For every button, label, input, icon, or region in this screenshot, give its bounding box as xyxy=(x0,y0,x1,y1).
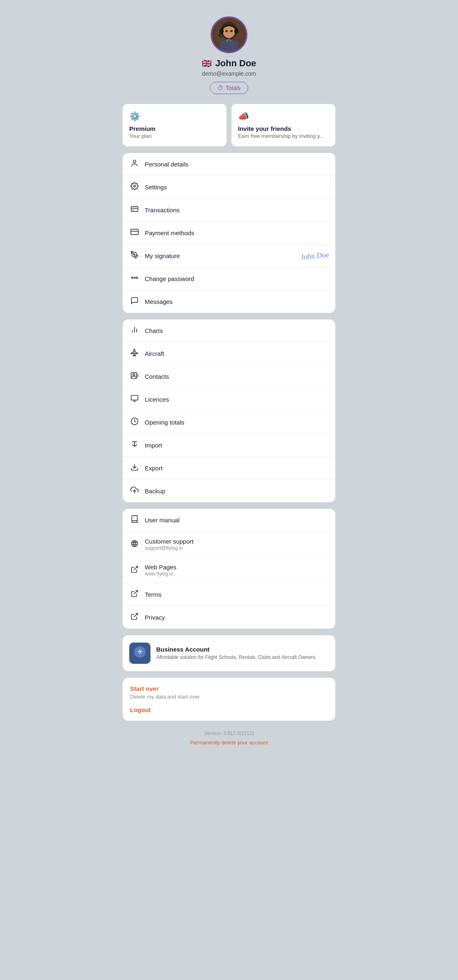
footer: Version: 3.912.0(1212) Permanently delet… xyxy=(123,731,335,746)
svg-text:✈: ✈ xyxy=(137,648,143,655)
start-over-button[interactable]: Start over xyxy=(130,685,328,692)
menu-item-customer-support[interactable]: Customer support support@flylog.io xyxy=(123,532,335,557)
menu-item-payment-methods[interactable]: Payment methods xyxy=(123,222,335,245)
card-icon xyxy=(130,228,139,238)
menu-item-aircraft[interactable]: Aircraft xyxy=(123,342,335,365)
svg-point-9 xyxy=(134,185,136,187)
manual-icon xyxy=(130,515,139,525)
change-password-label: Change password xyxy=(145,275,328,282)
menu-item-terms[interactable]: Terms xyxy=(123,583,335,606)
menu-item-messages[interactable]: Messages xyxy=(123,290,335,313)
start-over-desc: Delete my data and start over xyxy=(130,694,328,700)
delete-account-link[interactable]: Permanently delete your account xyxy=(123,739,335,746)
menu-item-settings[interactable]: Settings xyxy=(123,176,335,199)
menu-item-backup[interactable]: Backup xyxy=(123,480,335,502)
invite-title: Invite your friends xyxy=(238,125,329,132)
svg-point-7 xyxy=(230,30,233,32)
svg-point-15 xyxy=(134,254,135,255)
svg-point-23 xyxy=(133,373,135,375)
premium-desc: Your plan xyxy=(129,133,220,139)
personal-details-label: Personal details xyxy=(145,161,328,168)
settings-label: Settings xyxy=(145,184,328,191)
account-menu: Personal details Settings Transactions P… xyxy=(123,153,335,313)
menu-item-charts[interactable]: Charts xyxy=(123,319,335,342)
menu-item-transactions[interactable]: Transactions xyxy=(123,199,335,222)
svg-line-32 xyxy=(134,566,137,570)
licences-icon xyxy=(130,394,139,405)
menu-item-personal-details[interactable]: Personal details xyxy=(123,153,335,176)
transactions-icon xyxy=(130,205,139,215)
svg-rect-13 xyxy=(131,229,138,234)
opening-totals-icon xyxy=(130,417,139,427)
customer-support-sub: support@flylog.io xyxy=(145,545,193,551)
version-text: Version: 3.912.0(1212) xyxy=(123,731,335,736)
import-label: Import xyxy=(145,442,328,449)
invite-card[interactable]: 📣 Invite your friends Earn free membersh… xyxy=(231,104,335,146)
aircraft-label: Aircraft xyxy=(145,350,328,357)
danger-section: Start over Delete my data and start over… xyxy=(123,678,335,721)
avatar-image xyxy=(212,18,246,52)
svg-point-8 xyxy=(133,160,136,163)
opening-totals-label: Opening totals xyxy=(145,419,328,426)
business-icon-wrap: ✈ xyxy=(129,643,150,664)
menu-item-opening-totals[interactable]: Opening totals xyxy=(123,411,335,434)
clock-icon: ⏱ xyxy=(218,85,223,91)
menu-item-export[interactable]: Export xyxy=(123,457,335,480)
messages-label: Messages xyxy=(145,298,328,305)
business-desc: Affordable solution for Flight Schools, … xyxy=(156,654,317,661)
logout-button[interactable]: Logout xyxy=(130,706,328,713)
charts-label: Charts xyxy=(145,327,328,334)
privacy-label: Privacy xyxy=(145,614,328,621)
menu-item-privacy[interactable]: Privacy xyxy=(123,606,335,629)
svg-point-6 xyxy=(225,30,228,32)
support-icon xyxy=(130,539,139,550)
svg-point-17 xyxy=(134,277,135,278)
svg-point-18 xyxy=(136,277,137,278)
backup-icon xyxy=(130,486,139,496)
premium-card[interactable]: ⚙️ Premium Your plan xyxy=(123,104,227,146)
user-manual-label: User manual xyxy=(145,517,328,524)
profile-section: 🇬🇧 John Doe demo@example.com ⏱ Totals xyxy=(202,16,256,94)
backup-label: Backup xyxy=(145,488,328,494)
aircraft-icon xyxy=(130,348,139,359)
business-icon: ✈ xyxy=(133,645,146,661)
avatar xyxy=(211,16,247,53)
svg-line-33 xyxy=(134,591,137,594)
premium-icon: ⚙️ xyxy=(129,111,220,122)
business-title: Business Account xyxy=(156,646,317,653)
contacts-label: Contacts xyxy=(145,373,328,380)
payment-methods-label: Payment methods xyxy=(145,229,328,236)
web-pages-label: Web Pages xyxy=(145,564,176,571)
menu-item-licences[interactable]: Licences xyxy=(123,388,335,411)
gear-icon xyxy=(130,182,139,192)
menu-item-web-pages[interactable]: Web Pages www.flylog.io xyxy=(123,557,335,583)
menu-item-contacts[interactable]: Contacts xyxy=(123,365,335,388)
menu-item-import[interactable]: Import xyxy=(123,434,335,457)
premium-title: Premium xyxy=(129,125,220,132)
cards-row: ⚙️ Premium Your plan 📣 Invite your frien… xyxy=(123,104,335,146)
svg-point-16 xyxy=(132,277,133,278)
licences-label: Licences xyxy=(145,396,328,403)
menu-item-change-password[interactable]: Change password xyxy=(123,267,335,290)
external-link-icon-privacy xyxy=(130,612,139,623)
svg-rect-10 xyxy=(131,207,138,211)
export-icon xyxy=(130,463,139,473)
user-email: demo@example.com xyxy=(202,70,256,77)
contacts-icon xyxy=(130,371,139,382)
person-icon xyxy=(130,159,139,169)
totals-button[interactable]: ⏱ Totals xyxy=(210,82,249,94)
import-icon xyxy=(130,440,139,450)
svg-point-5 xyxy=(220,36,222,38)
business-card[interactable]: ✈ Business Account Affordable solution f… xyxy=(123,635,335,671)
web-pages-sub: www.flylog.io xyxy=(145,571,176,577)
external-link-icon-terms xyxy=(130,589,139,600)
svg-point-4 xyxy=(234,28,238,34)
menu-item-my-signature[interactable]: My signature John Doe xyxy=(123,245,335,267)
help-menu: User manual Customer support support@fly… xyxy=(123,509,335,629)
charts-icon xyxy=(130,326,139,336)
data-menu: Charts Aircraft Contacts Licences Openin… xyxy=(123,319,335,502)
user-name-display: 🇬🇧 John Doe xyxy=(202,58,256,69)
export-label: Export xyxy=(145,465,328,472)
invite-desc: Earn free membership by inviting y... xyxy=(238,133,329,139)
menu-item-user-manual[interactable]: User manual xyxy=(123,509,335,532)
